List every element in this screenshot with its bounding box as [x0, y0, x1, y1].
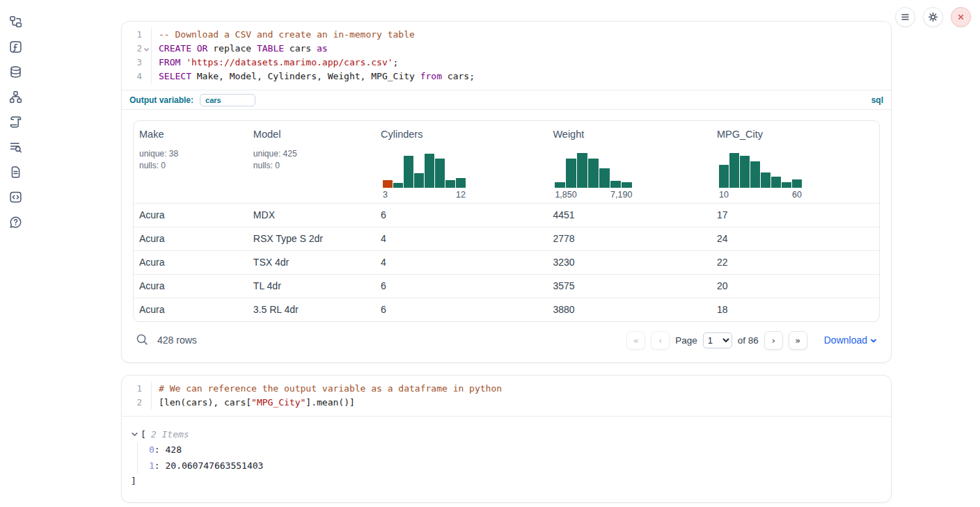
item-index: 0	[149, 444, 155, 455]
column-histogram[interactable]	[555, 152, 632, 188]
table-row[interactable]: AcuraMDX6445117	[134, 203, 879, 227]
prev-page-button[interactable]: ‹	[651, 331, 670, 350]
item-value: 428	[165, 444, 181, 455]
histogram-bar	[610, 181, 621, 188]
code-text: SELECT Make, Model, Cylinders, Weight, M…	[151, 70, 475, 83]
column-name: Model	[253, 129, 370, 140]
sidebar	[0, 0, 31, 507]
python-cell: 1# We can reference the output variable …	[121, 375, 892, 503]
fold-spacer	[142, 56, 151, 70]
menu-button[interactable]	[895, 7, 915, 27]
table-cell: Acura	[134, 251, 248, 274]
fold-chevron-icon[interactable]	[142, 42, 151, 56]
table-row[interactable]: AcuraTL 4dr6357520	[134, 274, 879, 298]
item-value: 20.060747663551403	[165, 460, 263, 471]
code-line[interactable]: 1# We can reference the output variable …	[122, 382, 891, 396]
chevron-down-icon	[870, 337, 877, 344]
output-variable-input[interactable]	[200, 94, 255, 106]
histogram-range-labels: 312	[383, 190, 466, 200]
document-icon[interactable]	[9, 166, 22, 179]
sql-code-editor[interactable]: 1-- Download a CSV and create an in-memo…	[122, 22, 891, 90]
logs-search-icon[interactable]	[9, 140, 22, 154]
histogram-max-label: 7,190	[610, 190, 632, 200]
code-line[interactable]: 2[len(cars), cars["MPG_City"].mean()]	[122, 396, 891, 410]
file-tree-icon[interactable]	[9, 15, 22, 29]
database-icon[interactable]	[9, 65, 22, 79]
table-cell: 18	[711, 298, 879, 321]
column-histogram[interactable]	[719, 152, 802, 188]
sql-cell: 1-- Download a CSV and create an in-memo…	[121, 21, 892, 363]
column-header-model[interactable]: Modelunique: 425nulls: 0	[248, 121, 375, 203]
histogram-bar	[425, 154, 434, 188]
histogram-min-label: 10	[719, 190, 729, 200]
line-number: 2	[122, 42, 151, 56]
table-cell: 6	[375, 298, 547, 321]
python-code-editor[interactable]: 1# We can reference the output variable …	[122, 376, 891, 416]
column-histogram[interactable]	[383, 152, 466, 188]
dependency-graph-icon[interactable]	[9, 90, 22, 104]
first-page-button[interactable]: «	[626, 331, 645, 350]
code-line[interactable]: 1-- Download a CSV and create an in-memo…	[122, 28, 891, 42]
code-text: FROM 'https://datasets.marimo.app/cars.c…	[151, 56, 398, 70]
table-row[interactable]: AcuraRSX Type S 2dr4277824	[134, 227, 879, 250]
download-button[interactable]: Download	[824, 335, 877, 346]
histogram-min-label: 1,850	[555, 190, 576, 200]
data-table: Makeunique: 38nulls: 0Modelunique: 425nu…	[133, 120, 880, 322]
column-stats: unique: 38nulls: 0	[139, 148, 242, 171]
table-cell: 17	[711, 204, 879, 227]
histogram-min-label: 3	[383, 190, 388, 200]
pagination: « ‹ Page 1 of 86 › » Download	[626, 331, 877, 350]
histogram-bar	[782, 182, 791, 188]
table-row[interactable]: AcuraTSX 4dr4323022	[134, 250, 879, 274]
code-line[interactable]: 3FROM 'https://datasets.marimo.app/cars.…	[122, 56, 891, 70]
last-page-button[interactable]: »	[789, 331, 807, 350]
line-number: 1	[122, 28, 151, 42]
histogram-bar	[456, 178, 466, 188]
histogram-bar	[404, 156, 413, 188]
window-controls	[895, 7, 971, 27]
table-cell: 3575	[547, 275, 711, 298]
next-page-button[interactable]: ›	[764, 331, 783, 350]
code-text: CREATE OR replace TABLE cars as	[151, 42, 328, 56]
code-line[interactable]: 2CREATE OR replace TABLE cars as	[122, 42, 891, 56]
histogram-bar	[771, 177, 781, 188]
scratchpad-scroll-icon[interactable]	[9, 115, 22, 129]
histogram-bar	[622, 182, 632, 188]
fold-spacer	[142, 70, 151, 83]
search-icon[interactable]	[136, 333, 150, 347]
collapse-chevron-icon[interactable]	[131, 430, 139, 439]
code-snippets-icon[interactable]	[9, 191, 22, 204]
settings-button[interactable]	[923, 7, 943, 27]
fold-spacer	[142, 382, 151, 396]
table-cell: Acura	[134, 204, 248, 227]
table-cell: Acura	[134, 227, 248, 250]
function-variables-icon[interactable]	[9, 40, 22, 54]
close-icon	[956, 12, 966, 22]
table-cell: MDX	[248, 204, 375, 227]
histogram-bar	[750, 161, 760, 188]
code-text: -- Download a CSV and create an in-memor…	[151, 28, 415, 42]
line-number: 4	[122, 70, 151, 83]
list-item: 1: 20.060747663551403	[149, 458, 881, 474]
column-header-weight[interactable]: Weight1,8507,190	[547, 121, 711, 203]
column-stats: unique: 425nulls: 0	[253, 148, 370, 171]
help-icon[interactable]	[9, 216, 22, 229]
table-cell: Acura	[134, 275, 248, 298]
shutdown-button[interactable]	[951, 7, 971, 27]
table-row[interactable]: Acura3.5 RL 4dr6388018	[134, 298, 879, 321]
code-line[interactable]: 4SELECT Make, Model, Cylinders, Weight, …	[122, 70, 891, 83]
table-cell: 4451	[547, 204, 711, 227]
column-header-make[interactable]: Makeunique: 38nulls: 0	[134, 121, 248, 203]
histogram-max-label: 60	[792, 190, 802, 200]
fold-spacer	[142, 28, 151, 42]
column-header-mpg_city[interactable]: MPG_City1060	[711, 121, 879, 203]
column-name: Make	[139, 129, 242, 140]
page-select[interactable]: 1	[703, 332, 732, 348]
item-index: 1	[149, 460, 155, 471]
histogram-bar	[577, 153, 587, 188]
histogram-bar	[435, 159, 445, 188]
table-cell: Acura	[134, 298, 248, 321]
fold-spacer	[142, 396, 151, 410]
column-name: Cylinders	[381, 129, 542, 140]
column-header-cylinders[interactable]: Cylinders312	[375, 121, 547, 203]
